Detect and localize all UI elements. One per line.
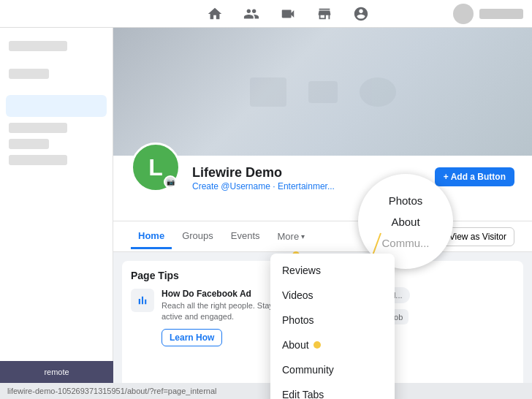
tips-text: How Do Facebook Ad Reach all the right p… <box>162 289 274 346</box>
video-nav-icon[interactable] <box>278 4 297 23</box>
nav-right <box>453 4 523 24</box>
page-tips-card: Page Tips How Do Facebook Ad Reach all t… <box>122 261 283 390</box>
sidebar-placeholder-1 <box>9 123 67 133</box>
user-avatar[interactable] <box>453 4 474 24</box>
store-nav-icon[interactable] <box>315 4 334 23</box>
profile-section: L 📷 Lifewire Demo Create @Username · Ent… <box>113 156 532 221</box>
url-text: lifewire-demo-105269371315951/about/?ref… <box>7 387 217 395</box>
cover-photo <box>113 28 532 156</box>
profile-avatar: L 📷 <box>131 142 180 192</box>
dropdown-about[interactable]: About <box>270 332 395 357</box>
sidebar-active-item <box>6 95 107 117</box>
home-nav-icon[interactable] <box>205 4 224 23</box>
videos-label: Videos <box>282 289 314 301</box>
callout-photos: Photos <box>389 191 423 210</box>
cover-icon-3 <box>360 77 396 107</box>
dropdown-photos[interactable]: Photos <box>270 308 395 332</box>
avatar-letter: L <box>148 154 163 181</box>
tips-chart-icon <box>131 289 154 312</box>
tab-events[interactable]: Events <box>224 224 267 249</box>
dropdown-edit-tabs[interactable]: Edit Tabs <box>270 382 395 399</box>
nav-icons <box>122 4 453 23</box>
more-dropdown-menu: Reviews Videos Photos About Community Ed… <box>270 254 395 399</box>
add-button[interactable]: + Add a Button <box>435 167 514 186</box>
sidebar-tools-item <box>9 69 49 79</box>
facebook-topbar <box>0 0 532 28</box>
profile-actions: + Add a Button <box>435 164 514 186</box>
account-nav-icon[interactable] <box>352 4 370 23</box>
sidebar-placeholder-2 <box>9 139 49 149</box>
tab-groups[interactable]: Groups <box>175 224 221 249</box>
community-label: Community <box>282 364 334 376</box>
people-nav-icon[interactable] <box>242 4 261 23</box>
left-sidebar <box>0 28 113 399</box>
tab-home[interactable]: Home <box>131 224 172 249</box>
tab-more-label: More <box>278 231 300 242</box>
tips-description: Reach all the right people. Stay active … <box>162 300 274 323</box>
view-as-visitor-label: View as Visitor <box>449 232 506 242</box>
page-tabs: Home Groups Events More ▾ 👁 View as Visi… <box>113 221 532 252</box>
edit-tabs-label: Edit Tabs <box>282 389 324 399</box>
dropdown-reviews[interactable]: Reviews <box>270 258 395 283</box>
cover-icon-1 <box>250 77 286 107</box>
callout-community: Commu... <box>381 233 429 253</box>
tab-more[interactable]: More ▾ <box>270 225 313 248</box>
user-name-placeholder <box>479 9 523 19</box>
url-bar: lifewire-demo-105269371315951/about/?ref… <box>0 383 532 399</box>
tips-item: How Do Facebook Ad Reach all the right p… <box>131 289 274 346</box>
cover-watermark <box>250 77 396 107</box>
cover-icon-2 <box>308 81 338 103</box>
about-label: About <box>282 339 309 351</box>
remote-label: remote <box>44 368 69 376</box>
dropdown-videos[interactable]: Videos <box>270 283 395 308</box>
sidebar-store-item <box>9 41 67 51</box>
sidebar-placeholder-3 <box>9 155 67 165</box>
reviews-label: Reviews <box>282 265 321 276</box>
photos-label: Photos <box>282 314 314 326</box>
camera-icon[interactable]: 📷 <box>164 175 177 189</box>
chevron-down-icon: ▾ <box>301 232 305 240</box>
tips-headline: How Do Facebook Ad <box>162 289 274 299</box>
learn-how-button[interactable]: Learn How <box>162 329 222 346</box>
remote-area[interactable]: remote <box>0 361 113 383</box>
yellow-dot-indicator <box>314 341 321 349</box>
callout-about: About <box>391 212 419 232</box>
page-tips-title: Page Tips <box>131 270 274 281</box>
dropdown-community[interactable]: Community <box>270 357 395 382</box>
